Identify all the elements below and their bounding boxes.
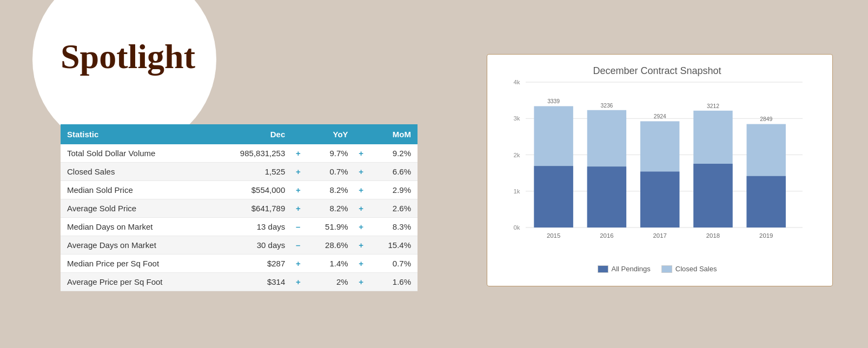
col-header-mom: MoM (355, 124, 418, 144)
cell-yoy-sign: – (291, 218, 304, 236)
cell-yoy-val: 51.9% (304, 218, 354, 236)
table-row: Median Sold Price $554,000 + 8.2% + 2.9% (61, 181, 418, 199)
cell-yoy-sign: + (291, 273, 304, 291)
legend-swatch-pending (598, 265, 608, 273)
chart-card: December Contract Snapshot 0k 1k 2k 3k 4… (487, 54, 833, 286)
cell-mom-sign: + (355, 163, 368, 181)
col-header-statistic: Statistic (61, 124, 211, 144)
cell-dec: $287 (211, 255, 291, 273)
cell-dec: 1,525 (211, 163, 291, 181)
svg-text:2015: 2015 (547, 232, 560, 239)
svg-text:2849: 2849 (760, 116, 772, 122)
chart-title: December Contract Snapshot (498, 65, 816, 77)
cell-yoy-sign: + (291, 199, 304, 218)
bar-2015-pending (534, 166, 573, 227)
cell-stat: Closed Sales (61, 163, 211, 181)
cell-mom-val: 9.2% (368, 144, 418, 163)
cell-yoy-val: 8.2% (304, 199, 354, 218)
cell-mom-sign: + (355, 255, 368, 273)
legend-swatch-closed (661, 265, 672, 273)
cell-stat: Average Price per Sq Foot (61, 273, 211, 291)
cell-yoy-sign: + (291, 144, 304, 163)
cell-stat: Average Sold Price (61, 199, 211, 218)
cell-yoy-sign: + (291, 181, 304, 199)
bar-chart-svg: 0k 1k 2k 3k 4k 3339 2015 3236 2 (498, 82, 816, 244)
svg-text:3236: 3236 (600, 103, 613, 109)
cell-mom-sign: + (355, 273, 368, 291)
cell-mom-val: 0.7% (368, 255, 418, 273)
cell-yoy-sign: + (291, 255, 304, 273)
svg-text:2018: 2018 (706, 232, 720, 239)
cell-stat: Median Days on Market (61, 218, 211, 236)
svg-text:2019: 2019 (759, 232, 773, 239)
table-row: Closed Sales 1,525 + 0.7% + 6.6% (61, 163, 418, 181)
cell-mom-val: 15.4% (368, 236, 418, 255)
cell-stat: Average Days on Market (61, 236, 211, 255)
svg-text:3339: 3339 (547, 98, 560, 104)
cell-stat: Median Price per Sq Foot (61, 255, 211, 273)
cell-stat: Median Sold Price (61, 181, 211, 199)
cell-mom-val: 2.9% (368, 181, 418, 199)
svg-text:2017: 2017 (653, 232, 667, 239)
svg-text:3212: 3212 (707, 103, 719, 109)
legend-item-closed: Closed Sales (661, 265, 717, 273)
cell-mom-sign: + (355, 218, 368, 236)
cell-dec: $314 (211, 273, 291, 291)
bar-2018-pending (693, 164, 732, 227)
cell-mom-sign: + (355, 144, 368, 163)
table-row: Total Sold Dollar Volume 985,831,253 + 9… (61, 144, 418, 163)
stats-table: Statistic Dec YoY MoM Total Sold Dollar … (61, 124, 418, 291)
cell-mom-sign: + (355, 236, 368, 255)
svg-text:2924: 2924 (654, 113, 666, 119)
table-row: Median Days on Market 13 days – 51.9% + … (61, 218, 418, 236)
bar-2016-pending (587, 166, 626, 227)
cell-mom-val: 2.6% (368, 199, 418, 218)
cell-yoy-val: 8.2% (304, 181, 354, 199)
bar-2019-pending (747, 176, 786, 227)
spotlight-title: Spotlight (61, 37, 195, 77)
table-row: Average Price per Sq Foot $314 + 2% + 1.… (61, 273, 418, 291)
cell-yoy-val: 2% (304, 273, 354, 291)
cell-dec: 30 days (211, 236, 291, 255)
svg-text:3k: 3k (514, 115, 520, 122)
cell-mom-val: 8.3% (368, 218, 418, 236)
cell-yoy-val: 9.7% (304, 144, 354, 163)
table-row: Median Price per Sq Foot $287 + 1.4% + 0… (61, 255, 418, 273)
cell-yoy-sign: – (291, 236, 304, 255)
cell-dec: $554,000 (211, 181, 291, 199)
cell-mom-sign: + (355, 199, 368, 218)
svg-text:1k: 1k (514, 188, 520, 195)
svg-text:2016: 2016 (600, 232, 613, 239)
cell-yoy-val: 1.4% (304, 255, 354, 273)
cell-yoy-val: 28.6% (304, 236, 354, 255)
table-row: Average Days on Market 30 days – 28.6% +… (61, 236, 418, 255)
cell-dec: $641,789 (211, 199, 291, 218)
chart-area: 0k 1k 2k 3k 4k 3339 2015 3236 2 (498, 82, 816, 260)
legend-label-closed: Closed Sales (675, 265, 717, 273)
col-header-yoy: YoY (291, 124, 354, 144)
legend-item-pending: All Pendings (598, 265, 651, 273)
cell-mom-sign: + (355, 181, 368, 199)
bar-2017-pending (640, 172, 679, 227)
cell-stat: Total Sold Dollar Volume (61, 144, 211, 163)
stats-table-container: Statistic Dec YoY MoM Total Sold Dollar … (61, 124, 418, 291)
svg-text:0k: 0k (514, 224, 520, 231)
table-header-row: Statistic Dec YoY MoM (61, 124, 418, 144)
chart-legend: All Pendings Closed Sales (498, 265, 816, 273)
cell-dec: 13 days (211, 218, 291, 236)
svg-text:2k: 2k (514, 152, 520, 158)
cell-mom-val: 1.6% (368, 273, 418, 291)
col-header-dec: Dec (211, 124, 291, 144)
cell-dec: 985,831,253 (211, 144, 291, 163)
cell-yoy-val: 0.7% (304, 163, 354, 181)
cell-yoy-sign: + (291, 163, 304, 181)
cell-mom-val: 6.6% (368, 163, 418, 181)
table-row: Average Sold Price $641,789 + 8.2% + 2.6… (61, 199, 418, 218)
legend-label-pending: All Pendings (612, 265, 651, 273)
svg-text:4k: 4k (514, 79, 520, 85)
